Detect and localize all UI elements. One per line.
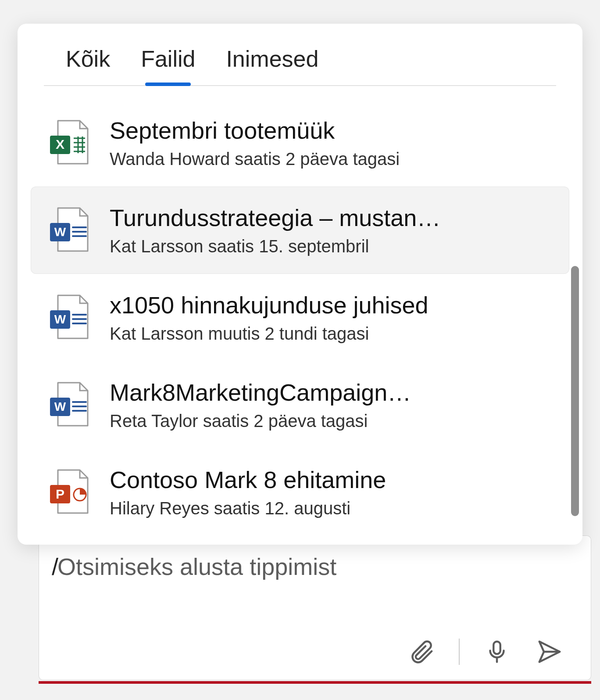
tab-all[interactable]: Kõik bbox=[66, 37, 110, 85]
result-subtitle: Reta Taylor saatis 2 päeva tagasi bbox=[110, 411, 552, 431]
compose-input[interactable]: / Otsimiseks alusta tippimist bbox=[52, 553, 569, 580]
compose-actions bbox=[52, 636, 569, 671]
result-title: Contoso Mark 8 ehitamine bbox=[110, 466, 552, 493]
attach-icon[interactable] bbox=[406, 636, 437, 667]
excel-file-icon bbox=[48, 119, 92, 167]
tabs: Kõik Failid Inimesed bbox=[44, 37, 556, 86]
tab-files[interactable]: Failid bbox=[141, 37, 195, 85]
result-subtitle: Hilary Reyes saatis 12. augusti bbox=[110, 499, 552, 518]
result-row[interactable]: x1050 hinnakujunduse juhised Kat Larsson… bbox=[31, 274, 569, 361]
result-row[interactable]: Turundusstrateegia – mustan… Kat Larsson… bbox=[31, 187, 569, 274]
search-popup: Kõik Failid Inimesed Septembri tootemüük… bbox=[18, 24, 582, 545]
result-title: Mark8MarketingCampaign… bbox=[110, 379, 552, 406]
result-row[interactable]: Contoso Mark 8 ehitamine Hilary Reyes sa… bbox=[31, 449, 569, 536]
action-divider bbox=[459, 639, 460, 665]
result-row[interactable]: Septembri tootemüük Wanda Howard saatis … bbox=[31, 99, 569, 187]
compose-prefix: / bbox=[52, 553, 56, 580]
results-scrollbar[interactable] bbox=[571, 266, 579, 516]
compose-placeholder: Otsimiseks alusta tippimist bbox=[57, 553, 336, 580]
mic-icon[interactable] bbox=[482, 636, 512, 667]
send-icon[interactable] bbox=[534, 636, 565, 667]
compose-underline bbox=[39, 681, 591, 684]
word-file-icon bbox=[48, 206, 92, 255]
result-subtitle: Wanda Howard saatis 2 päeva tagasi bbox=[110, 149, 552, 169]
result-title: x1050 hinnakujunduse juhised bbox=[110, 291, 552, 319]
result-row[interactable]: Mark8MarketingCampaign… Reta Taylor saat… bbox=[31, 361, 569, 449]
result-subtitle: Kat Larsson saatis 15. septembril bbox=[110, 237, 552, 256]
result-subtitle: Kat Larsson muutis 2 tundi tagasi bbox=[110, 324, 552, 344]
tab-people[interactable]: Inimesed bbox=[226, 37, 318, 85]
result-title: Septembri tootemüük bbox=[110, 117, 552, 144]
result-title: Turundusstrateegia – mustan… bbox=[110, 204, 552, 231]
compose-box[interactable]: / Otsimiseks alusta tippimist bbox=[39, 535, 591, 680]
word-file-icon bbox=[48, 294, 92, 342]
word-file-icon bbox=[48, 381, 92, 429]
powerpoint-file-icon bbox=[48, 468, 92, 517]
results-list: Septembri tootemüük Wanda Howard saatis … bbox=[18, 99, 582, 545]
